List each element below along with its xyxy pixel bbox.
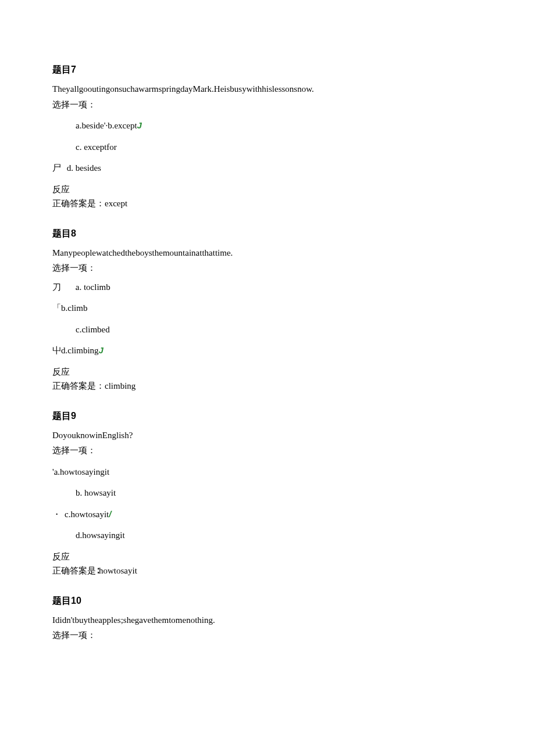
select-prompt: 选择一项：	[52, 444, 483, 457]
feedback-label: 反应	[52, 550, 483, 564]
option-b[interactable]: 「b.climb	[52, 302, 483, 315]
question-10: 题目10 Ididn'tbuytheapples;shegavethemtome…	[52, 594, 483, 642]
answer-label: 正确答案是∶	[52, 566, 99, 575]
option-c-text: c.howtosayit	[65, 510, 109, 519]
answer-value: howtosayit	[99, 566, 137, 575]
bullet-icon: ・	[52, 508, 61, 521]
option-a[interactable]: a. toclimb	[69, 281, 110, 294]
select-prompt: 选择一项：	[52, 629, 483, 642]
question-text: DoyouknowinEnglish?	[52, 429, 483, 442]
option-d[interactable]: d. besides	[67, 162, 101, 175]
option-c[interactable]: c.climbed	[52, 323, 483, 336]
options-block: 刀 a. toclimb 「b.climb c.climbed 屮d.climb…	[52, 281, 483, 357]
check-icon: J	[137, 120, 142, 130]
option-d[interactable]: d.howsayingit	[52, 529, 483, 542]
option-b-marker: 「	[52, 303, 61, 313]
heading-number: 8	[71, 228, 76, 238]
question-heading: 题目8	[52, 227, 483, 241]
option-d-row: 尸 d. besides	[52, 162, 483, 175]
radio-marker: 尸	[52, 162, 61, 175]
option-ab[interactable]: a.beside'·b.exceptJ	[52, 119, 483, 132]
heading-number: 7	[71, 65, 76, 74]
question-heading: 题目7	[52, 63, 483, 77]
question-heading: 题目9	[52, 409, 483, 423]
question-9: 题目9 DoyouknowinEnglish? 选择一项： 'a.howtosa…	[52, 409, 483, 578]
check-icon: /	[109, 509, 111, 519]
question-text: TheyallgooutingonsuchawarmspringdayMark.…	[52, 83, 483, 96]
options-block: a.beside'·b.exceptJ c. exceptfor 尸 d. be…	[52, 119, 483, 175]
select-prompt: 选择一项：	[52, 261, 483, 275]
correct-answer: 正确答案是∶howtosayit	[52, 564, 483, 578]
feedback-label: 反应	[52, 366, 483, 379]
heading-label: 题目	[52, 228, 71, 238]
heading-number: 10	[71, 596, 81, 605]
correct-answer: 正确答案是：climbing	[52, 379, 483, 393]
heading-label: 题目	[52, 596, 71, 605]
option-a-row: 刀 a. toclimb	[52, 281, 483, 294]
option-d-marker: 屮	[52, 346, 61, 355]
radio-marker: 刀	[52, 281, 63, 294]
option-d[interactable]: 屮d.climbingJ	[52, 344, 483, 357]
heading-number: 9	[71, 411, 76, 421]
option-d-text: d.climbing	[61, 346, 99, 355]
answer-label: 正确答案是：	[52, 381, 105, 390]
answer-label: 正确答案是：	[52, 199, 105, 208]
answer-value: climbing	[105, 381, 135, 390]
check-icon: J	[99, 345, 104, 355]
option-c[interactable]: ・c.howtosayit/	[52, 508, 483, 521]
options-block: 'a.howtosayingit b. howsayit ・c.howtosay…	[52, 465, 483, 542]
option-c[interactable]: c. exceptfor	[52, 141, 483, 154]
option-a[interactable]: 'a.howtosayingit	[52, 465, 483, 479]
question-7: 题目7 TheyallgooutingonsuchawarmspringdayM…	[52, 63, 483, 210]
question-text: Manypeoplewatchedtheboysthemountainattha…	[52, 246, 483, 260]
select-prompt: 选择一项：	[52, 98, 483, 112]
answer-value: except	[105, 199, 127, 208]
heading-label: 题目	[52, 411, 71, 421]
heading-label: 题目	[52, 65, 71, 74]
feedback-label: 反应	[52, 183, 483, 196]
option-text: a.beside'·b.except	[76, 121, 137, 130]
question-heading: 题目10	[52, 594, 483, 608]
question-8: 题目8 Manypeoplewatchedtheboysthemountaina…	[52, 227, 483, 393]
option-b[interactable]: b. howsayit	[52, 486, 483, 500]
question-text: Ididn'tbuytheapples;shegavethemtomenothi…	[52, 614, 483, 627]
option-b-text: b.climb	[61, 303, 87, 313]
correct-answer: 正确答案是：except	[52, 197, 483, 210]
